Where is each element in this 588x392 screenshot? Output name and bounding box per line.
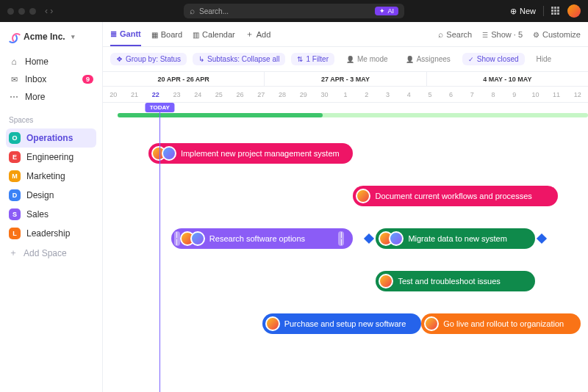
assignee-avatars[interactable]	[356, 189, 370, 203]
assignees-pill[interactable]: Assignees	[400, 53, 456, 65]
sidebar-space-engineering[interactable]: EEngineering	[6, 148, 96, 167]
chevron-down-icon: ▾	[71, 33, 75, 40]
check-icon	[468, 55, 474, 63]
board-icon	[151, 30, 158, 39]
nav-home[interactable]: Home	[6, 53, 96, 70]
sidebar-space-leadership[interactable]: LLeadership	[6, 224, 96, 243]
add-view-button[interactable]: Add	[245, 23, 271, 46]
spaces-label: Spaces	[9, 116, 93, 124]
gantt-icon	[110, 29, 117, 39]
assignee-avatars[interactable]	[424, 316, 439, 331]
more-icon	[9, 92, 19, 102]
workspace-switcher[interactable]: Acme Inc. ▾	[6, 29, 96, 44]
customize-button[interactable]: Customize	[533, 30, 581, 39]
list-icon	[482, 30, 488, 39]
home-icon	[9, 57, 19, 67]
resize-handle-right[interactable]	[338, 231, 344, 246]
task-label: Document current workflows and processes	[375, 192, 531, 200]
me-mode-pill[interactable]: Me mode	[340, 53, 394, 65]
tab-gantt[interactable]: Gantt	[110, 23, 141, 46]
task-bar[interactable]: Test and troubleshoot issues	[376, 271, 535, 291]
task-bar[interactable]: Research software options	[171, 228, 354, 249]
hide-button[interactable]: Hide	[531, 53, 558, 65]
day-header: 2021222324252627282930123456789101112	[103, 87, 588, 103]
calendar-icon	[193, 30, 199, 39]
space-color-icon: M	[9, 170, 21, 182]
filter-pill[interactable]: 1 Filter	[291, 53, 334, 65]
assignee-avatars[interactable]	[265, 316, 280, 331]
task-bar[interactable]: Go live and rollout to organization	[421, 313, 581, 334]
space-label: Leadership	[26, 228, 70, 239]
person-icon	[346, 55, 354, 63]
space-color-icon: S	[9, 208, 21, 220]
task-label: Migrate data to new system	[408, 234, 507, 243]
inbox-icon	[9, 75, 19, 84]
titlebar: ‹ › Search... ✦ AI ⊕ New	[0, 0, 588, 22]
subtasks-pill[interactable]: ↳ Subtasks: Collapse all	[193, 53, 285, 65]
task-label: Test and troubleshoot issues	[398, 277, 500, 286]
task-label: Purchase and setup new software	[284, 319, 406, 328]
sidebar-space-operations[interactable]: OOperations	[6, 128, 96, 148]
task-label: Go live and rollout to organization	[443, 319, 564, 328]
assignee-avatars[interactable]	[379, 231, 404, 246]
workspace-logo-icon	[7, 31, 19, 43]
nav-arrows[interactable]: ‹ ›	[45, 6, 53, 16]
show-closed-pill[interactable]: Show closed	[462, 53, 525, 65]
nav-inbox[interactable]: Inbox9	[6, 70, 96, 88]
search-view-button[interactable]: Search	[438, 29, 472, 40]
add-space-button[interactable]: Add Space	[6, 243, 96, 263]
search-placeholder: Search...	[199, 7, 229, 15]
assignee-avatars[interactable]	[379, 274, 393, 288]
assignee-avatars[interactable]	[180, 231, 205, 246]
person-icon	[406, 55, 414, 63]
tab-board[interactable]: Board	[151, 24, 182, 45]
tab-calendar[interactable]: Calendar	[193, 24, 235, 45]
inbox-badge: 9	[82, 75, 93, 84]
space-color-icon: O	[9, 132, 21, 144]
space-label: Marketing	[26, 171, 65, 181]
space-color-icon: E	[9, 151, 21, 163]
show-button[interactable]: Show · 5	[482, 30, 523, 39]
task-label: Research software options	[209, 234, 305, 243]
space-label: Operations	[26, 133, 73, 143]
user-avatar[interactable]	[567, 4, 581, 18]
ai-button[interactable]: ✦ AI	[375, 7, 398, 15]
sidebar-space-marketing[interactable]: MMarketing	[6, 167, 96, 186]
task-bar[interactable]: Document current workflows and processes	[353, 186, 558, 206]
task-bar[interactable]: Purchase and setup new software	[262, 313, 422, 334]
global-search[interactable]: Search... ✦ AI	[184, 4, 404, 18]
space-color-icon: D	[9, 189, 21, 201]
sidebar: Acme Inc. ▾ Home Inbox9 More Spaces OOpe…	[0, 22, 103, 392]
space-label: Engineering	[26, 152, 74, 162]
apps-icon[interactable]	[551, 7, 560, 15]
search-icon	[190, 6, 195, 16]
task-bar[interactable]: Implement new project management system	[148, 143, 354, 164]
resize-handle-left[interactable]	[174, 231, 180, 246]
assignee-avatars[interactable]	[151, 146, 176, 161]
filter-bar: ❖ Group by: Status ↳ Subtasks: Collapse …	[103, 47, 588, 72]
progress-track	[118, 113, 588, 117]
space-label: Design	[26, 190, 54, 200]
gear-icon	[533, 30, 539, 39]
today-label: TODAY	[146, 103, 174, 112]
filter-icon	[297, 55, 303, 63]
group-by-pill[interactable]: ❖ Group by: Status	[110, 53, 187, 65]
task-bar[interactable]: Migrate data to new system	[376, 228, 535, 249]
view-tabs: Gantt Board Calendar Add Search Show · 5…	[103, 22, 588, 47]
gantt-chart[interactable]: TODAYImplement new project management sy…	[103, 103, 588, 392]
sidebar-space-sales[interactable]: SSales	[6, 205, 96, 224]
milestone-icon[interactable]	[364, 233, 374, 244]
milestone-icon[interactable]	[537, 233, 547, 244]
window-controls[interactable]	[7, 8, 36, 15]
new-button[interactable]: ⊕ New	[510, 7, 536, 16]
today-marker	[159, 103, 160, 392]
plus-icon	[9, 247, 18, 259]
plus-icon	[245, 29, 254, 40]
week-header: 20 APR - 26 APR27 APR - 3 MAY4 MAY - 10 …	[103, 72, 588, 87]
nav-more[interactable]: More	[6, 88, 96, 106]
search-icon	[438, 29, 443, 40]
sidebar-space-design[interactable]: DDesign	[6, 186, 96, 205]
task-label: Implement new project management system	[181, 149, 340, 158]
space-color-icon: L	[9, 228, 21, 239]
space-label: Sales	[26, 209, 49, 219]
